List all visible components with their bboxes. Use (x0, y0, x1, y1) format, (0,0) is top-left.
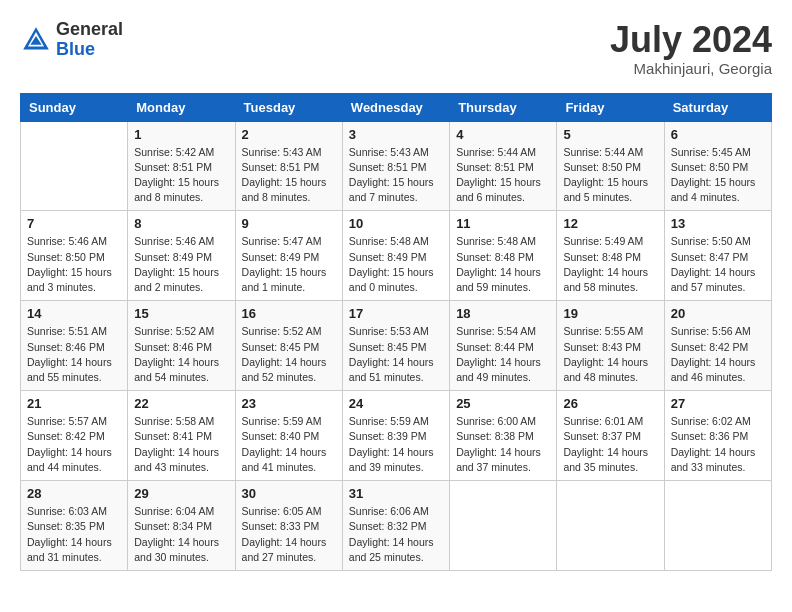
calendar-cell: 6Sunrise: 5:45 AMSunset: 8:50 PMDaylight… (664, 121, 771, 211)
day-info: Sunrise: 5:44 AMSunset: 8:50 PMDaylight:… (563, 145, 657, 206)
weekday-header-sunday: Sunday (21, 93, 128, 121)
day-number: 9 (242, 216, 336, 231)
weekday-header-row: SundayMondayTuesdayWednesdayThursdayFrid… (21, 93, 772, 121)
day-number: 5 (563, 127, 657, 142)
day-info: Sunrise: 6:01 AMSunset: 8:37 PMDaylight:… (563, 414, 657, 475)
day-info: Sunrise: 5:48 AMSunset: 8:49 PMDaylight:… (349, 234, 443, 295)
calendar-table: SundayMondayTuesdayWednesdayThursdayFrid… (20, 93, 772, 571)
day-number: 28 (27, 486, 121, 501)
day-info: Sunrise: 5:48 AMSunset: 8:48 PMDaylight:… (456, 234, 550, 295)
title-block: July 2024 Makhinjauri, Georgia (610, 20, 772, 77)
day-info: Sunrise: 5:43 AMSunset: 8:51 PMDaylight:… (242, 145, 336, 206)
calendar-cell: 7Sunrise: 5:46 AMSunset: 8:50 PMDaylight… (21, 211, 128, 301)
calendar-cell: 24Sunrise: 5:59 AMSunset: 8:39 PMDayligh… (342, 391, 449, 481)
day-number: 30 (242, 486, 336, 501)
day-info: Sunrise: 6:05 AMSunset: 8:33 PMDaylight:… (242, 504, 336, 565)
day-number: 11 (456, 216, 550, 231)
day-number: 18 (456, 306, 550, 321)
generalblue-logo-icon (20, 24, 52, 56)
day-info: Sunrise: 6:06 AMSunset: 8:32 PMDaylight:… (349, 504, 443, 565)
day-info: Sunrise: 5:46 AMSunset: 8:49 PMDaylight:… (134, 234, 228, 295)
day-info: Sunrise: 5:45 AMSunset: 8:50 PMDaylight:… (671, 145, 765, 206)
day-number: 4 (456, 127, 550, 142)
day-number: 20 (671, 306, 765, 321)
day-number: 10 (349, 216, 443, 231)
calendar-cell (664, 481, 771, 571)
page-header: General Blue July 2024 Makhinjauri, Geor… (20, 20, 772, 77)
day-number: 27 (671, 396, 765, 411)
calendar-cell: 5Sunrise: 5:44 AMSunset: 8:50 PMDaylight… (557, 121, 664, 211)
calendar-cell: 10Sunrise: 5:48 AMSunset: 8:49 PMDayligh… (342, 211, 449, 301)
day-number: 6 (671, 127, 765, 142)
calendar-cell: 27Sunrise: 6:02 AMSunset: 8:36 PMDayligh… (664, 391, 771, 481)
weekday-header-monday: Monday (128, 93, 235, 121)
calendar-cell: 29Sunrise: 6:04 AMSunset: 8:34 PMDayligh… (128, 481, 235, 571)
day-number: 19 (563, 306, 657, 321)
calendar-cell: 23Sunrise: 5:59 AMSunset: 8:40 PMDayligh… (235, 391, 342, 481)
day-number: 25 (456, 396, 550, 411)
day-number: 13 (671, 216, 765, 231)
calendar-cell: 31Sunrise: 6:06 AMSunset: 8:32 PMDayligh… (342, 481, 449, 571)
day-info: Sunrise: 6:04 AMSunset: 8:34 PMDaylight:… (134, 504, 228, 565)
logo: General Blue (20, 20, 123, 60)
calendar-cell (557, 481, 664, 571)
day-info: Sunrise: 6:03 AMSunset: 8:35 PMDaylight:… (27, 504, 121, 565)
calendar-cell: 19Sunrise: 5:55 AMSunset: 8:43 PMDayligh… (557, 301, 664, 391)
day-number: 7 (27, 216, 121, 231)
logo-blue-text: Blue (56, 39, 95, 59)
day-info: Sunrise: 5:59 AMSunset: 8:39 PMDaylight:… (349, 414, 443, 475)
calendar-week-row: 21Sunrise: 5:57 AMSunset: 8:42 PMDayligh… (21, 391, 772, 481)
day-number: 12 (563, 216, 657, 231)
day-info: Sunrise: 5:59 AMSunset: 8:40 PMDaylight:… (242, 414, 336, 475)
calendar-cell: 13Sunrise: 5:50 AMSunset: 8:47 PMDayligh… (664, 211, 771, 301)
weekday-header-tuesday: Tuesday (235, 93, 342, 121)
day-number: 8 (134, 216, 228, 231)
calendar-week-row: 7Sunrise: 5:46 AMSunset: 8:50 PMDaylight… (21, 211, 772, 301)
day-number: 2 (242, 127, 336, 142)
month-title: July 2024 (610, 20, 772, 60)
calendar-cell: 20Sunrise: 5:56 AMSunset: 8:42 PMDayligh… (664, 301, 771, 391)
calendar-cell: 17Sunrise: 5:53 AMSunset: 8:45 PMDayligh… (342, 301, 449, 391)
calendar-cell: 4Sunrise: 5:44 AMSunset: 8:51 PMDaylight… (450, 121, 557, 211)
weekday-header-thursday: Thursday (450, 93, 557, 121)
day-number: 3 (349, 127, 443, 142)
calendar-week-row: 1Sunrise: 5:42 AMSunset: 8:51 PMDaylight… (21, 121, 772, 211)
calendar-cell: 21Sunrise: 5:57 AMSunset: 8:42 PMDayligh… (21, 391, 128, 481)
calendar-week-row: 28Sunrise: 6:03 AMSunset: 8:35 PMDayligh… (21, 481, 772, 571)
day-info: Sunrise: 5:51 AMSunset: 8:46 PMDaylight:… (27, 324, 121, 385)
weekday-header-wednesday: Wednesday (342, 93, 449, 121)
day-info: Sunrise: 5:43 AMSunset: 8:51 PMDaylight:… (349, 145, 443, 206)
day-number: 29 (134, 486, 228, 501)
calendar-cell: 14Sunrise: 5:51 AMSunset: 8:46 PMDayligh… (21, 301, 128, 391)
calendar-cell: 30Sunrise: 6:05 AMSunset: 8:33 PMDayligh… (235, 481, 342, 571)
calendar-cell (450, 481, 557, 571)
calendar-cell: 1Sunrise: 5:42 AMSunset: 8:51 PMDaylight… (128, 121, 235, 211)
day-number: 21 (27, 396, 121, 411)
calendar-cell: 18Sunrise: 5:54 AMSunset: 8:44 PMDayligh… (450, 301, 557, 391)
day-info: Sunrise: 5:52 AMSunset: 8:46 PMDaylight:… (134, 324, 228, 385)
day-number: 24 (349, 396, 443, 411)
calendar-cell: 22Sunrise: 5:58 AMSunset: 8:41 PMDayligh… (128, 391, 235, 481)
day-info: Sunrise: 5:50 AMSunset: 8:47 PMDaylight:… (671, 234, 765, 295)
day-number: 23 (242, 396, 336, 411)
day-info: Sunrise: 5:53 AMSunset: 8:45 PMDaylight:… (349, 324, 443, 385)
calendar-cell: 28Sunrise: 6:03 AMSunset: 8:35 PMDayligh… (21, 481, 128, 571)
calendar-cell: 11Sunrise: 5:48 AMSunset: 8:48 PMDayligh… (450, 211, 557, 301)
day-number: 1 (134, 127, 228, 142)
day-number: 14 (27, 306, 121, 321)
day-number: 16 (242, 306, 336, 321)
day-info: Sunrise: 5:56 AMSunset: 8:42 PMDaylight:… (671, 324, 765, 385)
weekday-header-saturday: Saturday (664, 93, 771, 121)
calendar-cell: 3Sunrise: 5:43 AMSunset: 8:51 PMDaylight… (342, 121, 449, 211)
day-info: Sunrise: 5:55 AMSunset: 8:43 PMDaylight:… (563, 324, 657, 385)
day-info: Sunrise: 5:49 AMSunset: 8:48 PMDaylight:… (563, 234, 657, 295)
day-info: Sunrise: 6:00 AMSunset: 8:38 PMDaylight:… (456, 414, 550, 475)
day-info: Sunrise: 5:57 AMSunset: 8:42 PMDaylight:… (27, 414, 121, 475)
day-info: Sunrise: 5:58 AMSunset: 8:41 PMDaylight:… (134, 414, 228, 475)
calendar-cell: 16Sunrise: 5:52 AMSunset: 8:45 PMDayligh… (235, 301, 342, 391)
calendar-cell: 25Sunrise: 6:00 AMSunset: 8:38 PMDayligh… (450, 391, 557, 481)
calendar-cell: 9Sunrise: 5:47 AMSunset: 8:49 PMDaylight… (235, 211, 342, 301)
day-info: Sunrise: 5:44 AMSunset: 8:51 PMDaylight:… (456, 145, 550, 206)
day-number: 15 (134, 306, 228, 321)
logo-general: General (56, 19, 123, 39)
